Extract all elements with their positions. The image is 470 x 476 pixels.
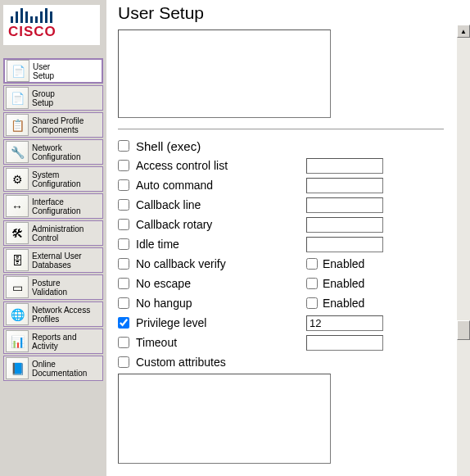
- scroll-track[interactable]: [457, 38, 470, 476]
- nav-label: Shared ProfileComponents: [32, 116, 84, 134]
- priv-label: Privilege level: [136, 316, 306, 329]
- custom-checkbox[interactable]: [118, 356, 129, 368]
- nohang-checkbox[interactable]: [118, 297, 129, 309]
- noesc-label: No escape: [136, 277, 306, 290]
- acl-label: Access control list: [136, 159, 306, 172]
- idle-checkbox[interactable]: [118, 238, 129, 250]
- nocbv-enabled-label: Enabled: [323, 257, 364, 270]
- cisco-logo: CISCO: [3, 5, 100, 45]
- nav-label: UserSetup: [33, 62, 54, 80]
- sidebar-item-administration-control[interactable]: 🛠AdministrationControl: [3, 220, 103, 246]
- content-wrap: Shell (exec) Access control listAuto com…: [106, 25, 470, 476]
- nav-label: InterfaceConfiguration: [32, 197, 80, 215]
- nav-label: PostureValidation: [32, 279, 67, 297]
- sidebar-item-interface-configuration[interactable]: ↔InterfaceConfiguration: [3, 193, 103, 219]
- sidebar-item-network-configuration[interactable]: 🔧NetworkConfiguration: [3, 139, 103, 165]
- row-nocbv: No callback verifyEnabled: [118, 254, 452, 274]
- scroll-up-button[interactable]: ▲: [457, 25, 470, 38]
- cbline-input[interactable]: [306, 197, 383, 213]
- sidebar-item-system-configuration[interactable]: ⚙SystemConfiguration: [3, 166, 103, 192]
- nav-label: NetworkConfiguration: [32, 143, 80, 161]
- autocmd-input[interactable]: [306, 178, 383, 193]
- custom-label: Custom attributes: [136, 356, 306, 369]
- row-priv: Privilege level: [118, 313, 452, 333]
- cbline-checkbox[interactable]: [118, 199, 129, 211]
- row-autocmd: Auto command: [118, 175, 452, 195]
- sidebar-item-posture-validation[interactable]: ▭PostureValidation: [3, 274, 103, 300]
- nav-icon: 🛠: [6, 222, 29, 244]
- nocbv-label: No callback verify: [136, 257, 306, 270]
- sidebar: CISCO 📄UserSetup📄GroupSetup📋Shared Profi…: [0, 0, 106, 476]
- sidebar-item-reports-and-activity[interactable]: 📊Reports andActivity: [3, 329, 103, 354]
- custom-attributes-textarea[interactable]: [118, 374, 331, 464]
- noesc-checkbox[interactable]: [118, 278, 129, 289]
- sidebar-item-group-setup[interactable]: 📄GroupSetup: [3, 85, 103, 111]
- row-custom: Custom attributes: [118, 352, 452, 372]
- timeout-input[interactable]: [306, 335, 383, 351]
- shell-exec-label: Shell (exec): [136, 139, 201, 153]
- scroll-thumb[interactable]: [457, 320, 470, 340]
- nav-icon: ⚙: [6, 168, 29, 190]
- sidebar-item-shared-profile-components[interactable]: 📋Shared ProfileComponents: [3, 112, 103, 138]
- autocmd-label: Auto command: [136, 179, 306, 192]
- noesc-enabled-label: Enabled: [323, 277, 364, 290]
- timeout-label: Timeout: [136, 336, 306, 349]
- priv-input[interactable]: [306, 315, 383, 331]
- sidebar-nav: 📄UserSetup📄GroupSetup📋Shared ProfileComp…: [3, 58, 103, 381]
- sidebar-item-online-documentation[interactable]: 📘OnlineDocumentation: [3, 356, 103, 381]
- nav-label: OnlineDocumentation: [32, 360, 87, 378]
- acl-input[interactable]: [306, 158, 383, 174]
- cbrotary-input[interactable]: [306, 217, 383, 233]
- autocmd-checkbox[interactable]: [118, 179, 129, 191]
- nav-icon: 📘: [6, 357, 29, 379]
- main: User Setup Shell (exec) Access control l…: [106, 0, 470, 476]
- nav-icon: 📄: [7, 60, 29, 82]
- idle-label: Idle time: [136, 238, 306, 251]
- nohang-enabled-label: Enabled: [323, 297, 364, 310]
- cbline-label: Callback line: [136, 198, 306, 211]
- nav-icon: 🌐: [6, 303, 29, 325]
- app: CISCO 📄UserSetup📄GroupSetup📋Shared Profi…: [0, 0, 470, 476]
- noesc-enabled-checkbox[interactable]: [306, 278, 318, 289]
- nocbv-checkbox[interactable]: [118, 258, 129, 270]
- idle-input[interactable]: [306, 237, 383, 252]
- nav-label: Reports andActivity: [32, 333, 76, 351]
- nav-label: SystemConfiguration: [32, 170, 80, 188]
- page-title: User Setup: [118, 3, 470, 23]
- nav-label: GroupSetup: [32, 89, 55, 107]
- cisco-logo-text: CISCO: [8, 24, 95, 40]
- top-textarea[interactable]: [118, 29, 331, 118]
- nav-label: Network AccessProfiles: [32, 306, 90, 324]
- shell-exec-checkbox[interactable]: [118, 140, 129, 152]
- cbrotary-checkbox[interactable]: [118, 219, 129, 230]
- scrollbar[interactable]: ▲: [457, 25, 470, 476]
- sidebar-item-external-user-databases[interactable]: 🗄External UserDatabases: [3, 247, 103, 273]
- row-nohang: No hangupEnabled: [118, 293, 452, 313]
- nav-icon: 📋: [6, 114, 29, 136]
- nav-icon: ↔: [6, 195, 29, 217]
- nav-icon: 🗄: [6, 249, 29, 271]
- nohang-label: No hangup: [136, 297, 306, 310]
- row-cbline: Callback line: [118, 195, 452, 215]
- sidebar-item-user-setup[interactable]: 📄UserSetup: [3, 58, 103, 84]
- acl-checkbox[interactable]: [118, 160, 129, 171]
- row-idle: Idle time: [118, 234, 452, 254]
- cisco-logo-bars: [11, 8, 95, 23]
- nav-label: AdministrationControl: [32, 224, 84, 243]
- nohang-enabled-group: Enabled: [306, 297, 364, 310]
- row-acl: Access control list: [118, 156, 452, 175]
- noesc-enabled-group: Enabled: [306, 277, 364, 290]
- cbrotary-label: Callback rotary: [136, 218, 306, 231]
- row-cbrotary: Callback rotary: [118, 215, 452, 234]
- row-timeout: Timeout: [118, 333, 452, 352]
- content: Shell (exec) Access control listAuto com…: [106, 25, 457, 476]
- nohang-enabled-checkbox[interactable]: [306, 297, 318, 309]
- nocbv-enabled-checkbox[interactable]: [306, 258, 318, 270]
- sidebar-item-network-access-profiles[interactable]: 🌐Network AccessProfiles: [3, 301, 103, 327]
- priv-checkbox[interactable]: [118, 317, 129, 329]
- nav-label: External UserDatabases: [32, 252, 82, 270]
- form-rows: Access control listAuto commandCallback …: [118, 156, 452, 372]
- timeout-checkbox[interactable]: [118, 337, 129, 348]
- nocbv-enabled-group: Enabled: [306, 257, 364, 270]
- divider: [118, 129, 444, 129]
